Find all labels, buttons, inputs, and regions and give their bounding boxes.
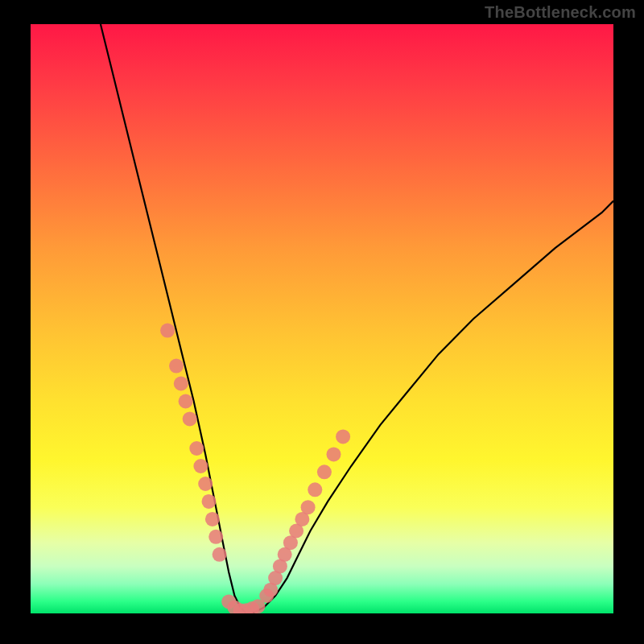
chart-frame: TheBottleneck.com — [0, 0, 644, 644]
data-marker — [208, 530, 223, 544]
data-marker — [183, 411, 197, 426]
data-marker — [327, 447, 341, 461]
data-marker — [250, 599, 265, 613]
data-marker — [174, 377, 188, 391]
curve-markers — [160, 324, 350, 613]
data-marker — [213, 547, 227, 562]
data-marker — [189, 441, 204, 456]
watermark-text: TheBottleneck.com — [485, 3, 636, 22]
data-marker — [317, 464, 332, 479]
data-marker — [193, 459, 208, 473]
plot-area — [31, 24, 613, 613]
data-marker — [336, 429, 350, 444]
data-marker — [301, 500, 316, 514]
data-marker — [160, 324, 175, 338]
data-marker — [198, 477, 213, 491]
data-marker — [308, 482, 322, 497]
data-marker — [179, 394, 193, 409]
data-marker — [169, 359, 184, 374]
data-marker — [202, 494, 217, 509]
data-marker — [205, 512, 220, 526]
chart-svg — [31, 24, 613, 613]
curve-path — [101, 24, 613, 613]
